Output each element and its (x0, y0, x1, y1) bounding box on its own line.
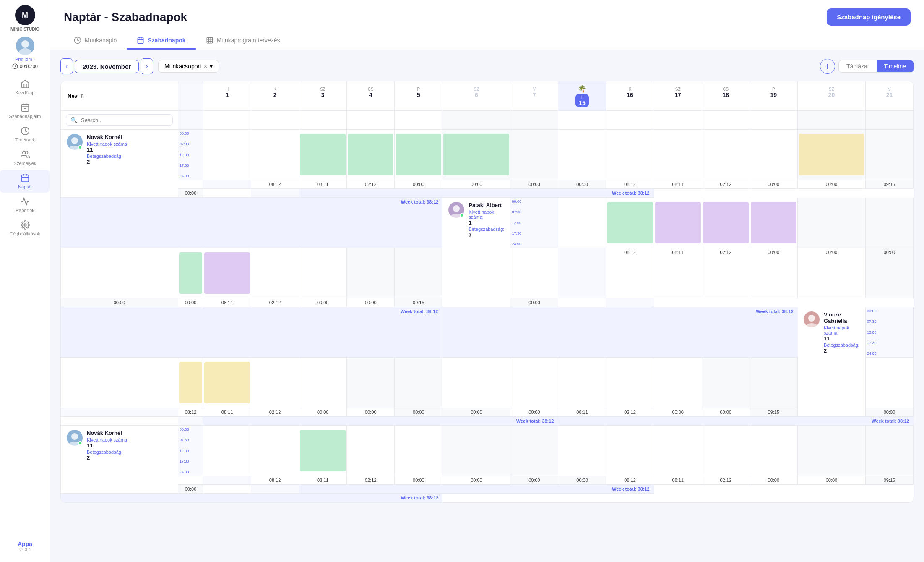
time-label: 12:00 (180, 449, 202, 453)
avatar (448, 202, 464, 218)
person-name: Novák Kornél (87, 430, 172, 436)
name-sort-icon[interactable]: ⇅ (80, 93, 84, 99)
day-header-17: SZ17 (654, 81, 702, 111)
day-label: SZ (675, 87, 681, 91)
day-cell-vincze-gabriella-19 (654, 358, 702, 408)
sidebar-item-raportok[interactable]: Raportok (0, 193, 50, 216)
sidebar-item-cegbeallitasok[interactable]: Cégbeállítások (0, 217, 50, 240)
time-label: 07:30 (867, 319, 912, 324)
day-block (443, 134, 509, 176)
time-col-novak-kornel-2: 00:0007:3012:0017:3024:00 (178, 426, 203, 476)
day-header-7: V7 (510, 81, 558, 111)
footer-version: v2.3.4 (18, 547, 32, 552)
day-label: V (533, 87, 536, 91)
beteg-label: Betegszabadság: (87, 450, 172, 455)
search-day-cell-12 (798, 111, 866, 130)
week1-total-vincze-gabriella: Week total: 38:12 (203, 417, 558, 426)
day-cell-novak-kornel-2-7 (510, 426, 558, 476)
week-total-time-vincze-gabriella (178, 417, 203, 426)
day-cell-novak-kornel-19 (750, 130, 798, 180)
svg-rect-21 (207, 37, 213, 43)
svg-point-32 (71, 433, 78, 440)
day-num: 18 (722, 91, 729, 98)
holiday-icon: 🌴 (560, 85, 604, 93)
prev-month-button[interactable]: ‹ (60, 58, 73, 74)
view-timeline-button[interactable]: Timeline (877, 60, 914, 72)
time-value-vincze-gabriella-7: 00:00 (510, 408, 558, 417)
kivett-value: 1 (469, 220, 504, 226)
next-month-button[interactable]: › (141, 58, 153, 74)
time-value-pataki-albert-0: 08:12 (606, 248, 654, 298)
search-input[interactable] (81, 117, 168, 123)
day-cell-vincze-gabriella-1 (61, 358, 178, 408)
svg-point-30 (808, 315, 815, 322)
day-cell-novak-kornel-6 (442, 130, 510, 180)
time-label: 00:00 (512, 199, 557, 204)
time-label: 17:30 (180, 459, 202, 463)
time-value-novak-kornel-2-13: 00:00 (178, 485, 203, 494)
sidebar-item-kezdolap[interactable]: Kezdőlap (0, 76, 50, 99)
time-row-time-novak-kornel-2 (203, 476, 251, 485)
time-label: 17:30 (180, 163, 202, 167)
day-block (607, 202, 653, 244)
profile-link[interactable]: Profilom › (15, 57, 35, 62)
calendar-container: Név⇅H1K2SZ3CS4P5SZ6V7🌴H15K16SZ17CS18P19S… (60, 81, 914, 503)
day-cell-pataki-albert-15 (61, 248, 178, 298)
sidebar-item-naptar[interactable]: Naptár (0, 170, 50, 193)
online-dot (78, 441, 82, 445)
search-day-cell-9 (654, 111, 702, 130)
time-value-novak-kornel-2-12: 09:15 (866, 476, 914, 485)
sidebar-item-szabadnapjaim[interactable]: Szabadnapjaim (0, 99, 50, 122)
day-cell-vincze-gabriella-17 (558, 358, 606, 408)
day-num: 4 (369, 91, 372, 98)
time-value-pataki-albert-9: 02:12 (251, 298, 299, 307)
day-block (348, 134, 393, 176)
day-cell-pataki-albert-5 (750, 198, 798, 248)
time-value-pataki-albert-1: 08:11 (654, 248, 702, 298)
person-name: Vincze Gabriella (824, 311, 859, 324)
day-header-19: P19 (750, 81, 798, 111)
request-vacation-button[interactable]: Szabadnap igénylése (827, 8, 911, 26)
time-value-novak-kornel-5: 00:00 (510, 180, 558, 189)
tab-munkanaplo[interactable]: Munkanapló (64, 32, 127, 50)
time-label: 12:00 (180, 153, 202, 157)
group-filter[interactable]: Munkacsoport × ▾ (158, 60, 219, 73)
sidebar-item-timetrack[interactable]: Timetrack (0, 123, 50, 146)
day-block (204, 252, 250, 294)
day-label: P (417, 87, 420, 91)
time-value-novak-kornel-2-4: 00:00 (442, 476, 510, 485)
filter-close-icon[interactable]: × (204, 63, 207, 70)
tab-szabadnapok[interactable]: Szabadnapok (127, 32, 195, 50)
person-name: Pataki Albert (469, 202, 504, 208)
person-info-novak-kornel: Novák KornélKivett napok száma:11Betegsz… (61, 130, 178, 198)
week1-total-novak-kornel-2: Week total: 38:12 (299, 485, 654, 494)
day-cell-novak-kornel-5 (395, 130, 442, 180)
time-value-pataki-albert-8: 08:11 (203, 298, 251, 307)
day-cell-novak-kornel-2-6 (442, 426, 510, 476)
kivett-label: Kivett napok száma: (824, 325, 859, 335)
time-label: 12:00 (512, 221, 557, 225)
day-label: H (580, 95, 583, 99)
day-cell-novak-kornel-2-17 (654, 426, 702, 476)
day-cell-vincze-gabriella-4 (251, 358, 299, 408)
day-header-20: SZ20 (798, 81, 866, 111)
filter-expand-icon[interactable]: ▾ (210, 63, 213, 70)
time-value-novak-kornel-2-6: 00:00 (558, 476, 606, 485)
time-value-novak-kornel-2-10: 00:00 (750, 476, 798, 485)
tab-munkaprogram[interactable]: Munkaprogram tervezés (196, 32, 290, 50)
day-label: SZ (829, 87, 834, 91)
sidebar-item-szemelyek[interactable]: Személyek (0, 146, 50, 169)
day-cell-novak-kornel-2-21 (866, 426, 914, 476)
search-day-cell-0 (203, 111, 251, 130)
time-label: 24:00 (512, 242, 557, 246)
day-cell-novak-kornel-16 (606, 130, 654, 180)
view-table-button[interactable]: Táblázat (839, 60, 877, 72)
info-button[interactable]: i (820, 59, 835, 74)
search-day-cell-1 (251, 111, 299, 130)
day-cell-novak-kornel-2-19 (750, 426, 798, 476)
day-cell-novak-kornel-3 (299, 130, 347, 180)
time-value-vincze-gabriella-13: 00:00 (866, 408, 914, 417)
day-cell-vincze-gabriella-3 (203, 358, 251, 408)
time-value-novak-kornel-2-9: 02:12 (702, 476, 750, 485)
timer-display: 00:00:00 (12, 63, 38, 69)
